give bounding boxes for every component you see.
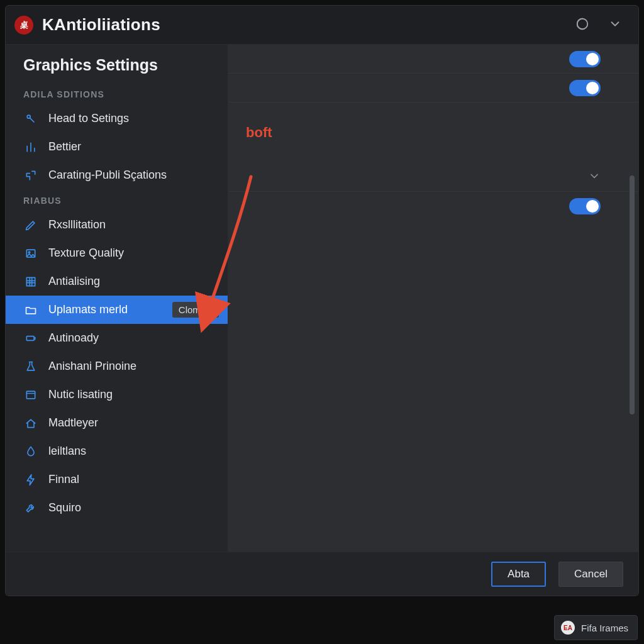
- sidebar-section-label: ADILA SDITIONS: [6, 83, 228, 104]
- sidebar-item-label: Autinoady: [48, 331, 219, 345]
- titlebar: 桌 KAntioliiations: [6, 6, 638, 45]
- sidebar-item-madtleyer[interactable]: Madtleyer: [6, 409, 228, 437]
- toggle-switch[interactable]: [569, 51, 601, 67]
- battery-icon: [23, 331, 38, 346]
- svg-point-3: [28, 252, 30, 253]
- sidebar-item-head-to-settings[interactable]: Head to Setings: [6, 104, 228, 133]
- grid-icon: [23, 274, 38, 289]
- chevron-down-icon: [588, 170, 601, 185]
- publisher-badge-icon: EA: [561, 621, 575, 635]
- collapse-button[interactable]: [604, 14, 626, 36]
- flask-icon: [23, 359, 38, 374]
- sidebar-item-label: Finnal: [48, 473, 219, 486]
- sidebar-item-carating[interactable]: Carating-Publi Sçations: [6, 161, 228, 189]
- sidebar-item-label: Uplamats merld: [48, 303, 167, 316]
- theme-toggle-button[interactable]: [572, 14, 593, 36]
- scrollbar[interactable]: [630, 175, 635, 414]
- setting-row: boft: [228, 103, 638, 163]
- sidebar-item-antialiasing[interactable]: Antialising: [6, 267, 228, 296]
- sidebar-item-uplamats-merld[interactable]: Uplamats merld Clomies: [6, 296, 228, 324]
- sidebar-section-label: RIABUS: [6, 189, 228, 211]
- app-icon: 桌: [14, 16, 33, 35]
- sidebar-item-texture-quality[interactable]: Texture Quality: [6, 239, 228, 267]
- setting-row-dropdown[interactable]: [228, 163, 638, 192]
- image-icon: [23, 246, 38, 261]
- sidebar-item-finnal[interactable]: Finnal: [6, 465, 228, 494]
- folder-icon: [23, 303, 38, 318]
- setting-row: [228, 192, 638, 221]
- tool-icon: [23, 501, 38, 516]
- sidebar-item-label: Madtleyer: [48, 416, 219, 430]
- sidebar-item-squiro[interactable]: Squiro: [6, 494, 228, 522]
- sidebar-item-label: Carating-Publi Sçations: [48, 169, 219, 182]
- link-icon: [23, 111, 38, 126]
- setting-row: [228, 74, 638, 103]
- apply-button[interactable]: Abta: [491, 562, 546, 587]
- sidebar-item-label: Bettier: [48, 140, 219, 153]
- settings-window: 桌 KAntioliiations Graphics Settings ADIL…: [5, 5, 639, 596]
- sidebar-title: Graphics Settings: [6, 56, 228, 83]
- toggle-knob: [586, 53, 599, 65]
- puzzle-icon: [23, 168, 38, 183]
- svg-rect-4: [26, 277, 35, 286]
- sidebar-item-label: Texture Quality: [48, 247, 219, 260]
- chevron-down-icon: [608, 17, 622, 33]
- sidebar-item-label: Head to Setings: [48, 112, 219, 125]
- sidebar: Graphics Settings ADILA SDITIONS Head to…: [6, 45, 228, 552]
- sidebar-item-anishani-prinoine[interactable]: Anishani Prinoine: [6, 352, 228, 380]
- cancel-button[interactable]: Cancel: [558, 562, 623, 587]
- footer: Abta Cancel: [6, 552, 638, 596]
- status-text: Fifa Irames: [581, 623, 628, 633]
- highlighted-label: boft: [243, 125, 272, 141]
- bars-icon: [23, 140, 38, 155]
- sidebar-item-nutic-lisating[interactable]: Nutic lisating: [6, 380, 228, 409]
- svg-rect-6: [26, 391, 35, 399]
- bolt-icon: [23, 472, 38, 487]
- toggle-knob: [586, 200, 599, 213]
- sidebar-item-badge: Clomies: [172, 302, 219, 318]
- status-bar[interactable]: EA Fifa Irames: [554, 615, 638, 640]
- window-icon: [23, 387, 38, 402]
- body: Graphics Settings ADILA SDITIONS Head to…: [6, 45, 638, 552]
- window-title: KAntioliiations: [42, 15, 160, 35]
- drop-icon: [23, 444, 38, 459]
- sidebar-item-label: Squiro: [48, 501, 219, 514]
- sidebar-item-label: leiltlans: [48, 445, 219, 458]
- toggle-switch[interactable]: [569, 80, 601, 96]
- svg-rect-5: [26, 336, 34, 340]
- toggle-switch[interactable]: [569, 198, 601, 214]
- toggle-knob: [586, 82, 599, 94]
- setting-row: [228, 45, 638, 74]
- sidebar-item-label: Nutic lisating: [48, 388, 219, 401]
- sidebar-item-autinoady[interactable]: Autinoady: [6, 324, 228, 352]
- sidebar-item-label: Antialising: [48, 275, 219, 288]
- house-icon: [23, 416, 38, 431]
- sidebar-item-label: Rxslllitation: [48, 218, 219, 231]
- sidebar-item-rxsllitation[interactable]: Rxslllitation: [6, 211, 228, 239]
- main-panel: boft: [228, 45, 638, 552]
- sidebar-item-leiltlans[interactable]: leiltlans: [6, 437, 228, 465]
- moon-icon: [575, 17, 589, 33]
- sidebar-item-bettier[interactable]: Bettier: [6, 133, 228, 161]
- sidebar-item-label: Anishani Prinoine: [48, 360, 219, 373]
- pencil-icon: [23, 218, 38, 233]
